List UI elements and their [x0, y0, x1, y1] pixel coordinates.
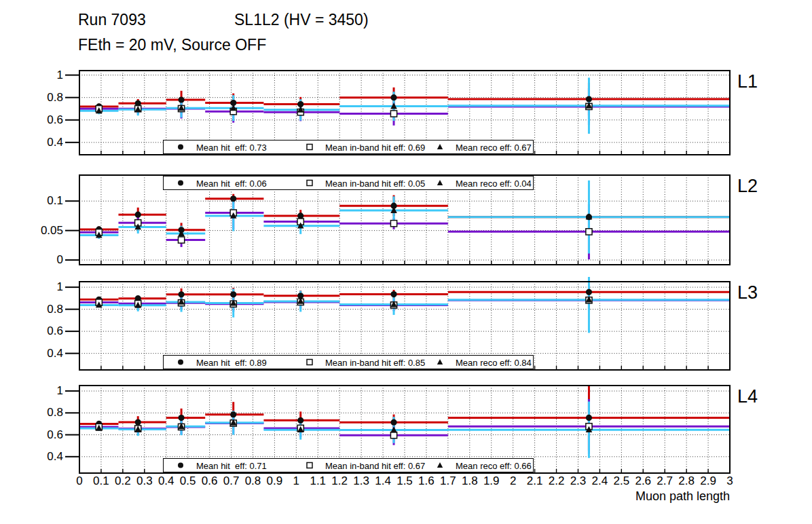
panel-L1: [65, 71, 730, 155]
panel-L2: [65, 175, 730, 265]
hit-eff-marker-circle: [230, 411, 236, 417]
inband-eff-marker-square: [586, 229, 592, 235]
hit-eff-marker-circle: [586, 415, 592, 421]
hit-eff-marker-circle: [390, 419, 396, 426]
inband-eff-marker-square: [178, 237, 184, 243]
inband-eff-marker-square: [390, 432, 396, 438]
inband-eff-marker-square: [390, 111, 396, 117]
hit-eff-marker-circle: [230, 195, 236, 202]
hit-eff-marker-circle: [390, 94, 396, 100]
efficiency-plot-canvas: [0, 0, 812, 524]
hit-eff-marker-circle: [586, 289, 592, 295]
root-canvas: Run 7093 SL1L2 (HV = 3450) FEth = 20 mV,…: [0, 0, 812, 524]
hit-eff-marker-circle: [297, 212, 303, 219]
hit-eff-marker-circle: [586, 96, 592, 102]
hit-eff-marker-circle: [178, 291, 184, 297]
hit-eff-marker-circle: [297, 417, 303, 424]
hit-eff-marker-circle: [178, 96, 184, 102]
hit-eff-marker-circle: [178, 415, 184, 421]
hit-eff-marker-circle: [135, 212, 141, 218]
panel-data-L4: [79, 385, 730, 458]
hit-eff-marker-circle: [230, 291, 236, 297]
inband-eff-marker-square: [390, 221, 396, 227]
hit-eff-marker-circle: [135, 419, 141, 425]
panel-data-L3: [79, 267, 730, 333]
hit-eff-marker-circle: [390, 291, 396, 297]
panel-L3: [65, 267, 730, 370]
panel-L4: [65, 385, 730, 473]
